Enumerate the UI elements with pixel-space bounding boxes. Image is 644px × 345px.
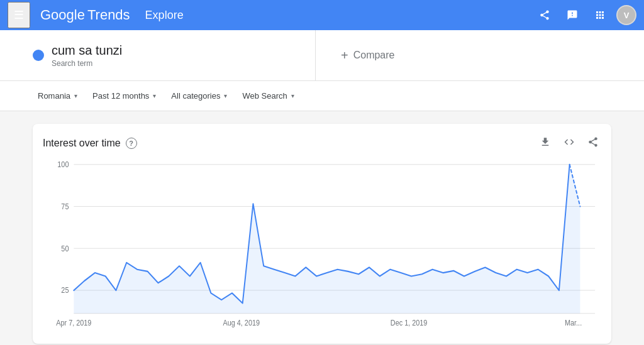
apps-button[interactable] [589, 4, 611, 26]
interest-over-time-card: Interest over time ? [33, 124, 611, 344]
search-type-label: Web Search [242, 91, 287, 101]
share-button[interactable] [533, 4, 556, 26]
search-term-title: cum sa tunzi [52, 43, 122, 58]
compare-box[interactable]: + Compare [316, 30, 395, 80]
search-type-chevron-icon: ▾ [291, 92, 294, 99]
y-label-75: 75 [61, 202, 69, 211]
category-filter[interactable]: All categories ▾ [166, 87, 232, 104]
share-chart-button[interactable] [585, 134, 601, 153]
term-color-dot [33, 50, 44, 61]
search-type-filter[interactable]: Web Search ▾ [237, 87, 299, 104]
x-label-apr: Apr 7, 2019 [56, 319, 91, 327]
main-content: Interest over time ? [0, 111, 644, 345]
category-chevron-icon: ▾ [224, 92, 227, 99]
explore-label: Explore [145, 9, 184, 22]
x-label-aug: Aug 4, 2019 [223, 319, 260, 327]
card-title-group: Interest over time ? [43, 138, 137, 149]
avatar[interactable]: V [616, 5, 636, 25]
download-icon [540, 136, 551, 148]
search-area: cum sa tunzi Search term + Compare [0, 30, 644, 81]
time-range-filter[interactable]: Past 12 months ▾ [87, 87, 161, 104]
logo-google: Google [40, 7, 85, 23]
apps-icon [594, 9, 606, 21]
app-header: ☰ Google Trends Explore V [0, 0, 644, 30]
feedback-icon [567, 9, 578, 21]
filters-bar: Romania ▾ Past 12 months ▾ All categorie… [0, 81, 644, 111]
card-actions [537, 134, 601, 153]
search-term-box: cum sa tunzi Search term [33, 30, 316, 80]
share-chart-icon [587, 136, 599, 148]
help-icon[interactable]: ? [126, 138, 137, 149]
region-filter[interactable]: Romania ▾ [33, 87, 82, 104]
region-chevron-icon: ▾ [74, 92, 77, 99]
search-term-text: cum sa tunzi Search term [52, 43, 122, 68]
search-row: cum sa tunzi Search term + Compare [33, 30, 611, 80]
time-range-label: Past 12 months [92, 91, 149, 101]
y-label-100: 100 [57, 161, 69, 169]
time-range-chevron-icon: ▾ [153, 92, 156, 99]
compare-plus-icon: + [341, 48, 348, 63]
card-header: Interest over time ? [43, 134, 601, 153]
header-actions: V [533, 4, 636, 26]
y-label-25: 25 [61, 287, 69, 295]
compare-label: Compare [353, 50, 395, 61]
x-label-dec: Dec 1, 2019 [391, 319, 428, 327]
embed-button[interactable] [561, 134, 577, 153]
logo-trends: Trends [87, 7, 130, 23]
x-label-mar: Mar... [565, 319, 582, 327]
menu-icon[interactable]: ☰ [8, 2, 30, 28]
search-term-label: Search term [52, 59, 122, 68]
feedback-button[interactable] [561, 4, 584, 26]
share-icon [539, 9, 550, 21]
region-label: Romania [38, 91, 70, 101]
chart-container: 100 75 50 25 Apr 7, 2019 Aug 4, 2019 Dec… [43, 158, 601, 334]
download-button[interactable] [537, 134, 553, 153]
embed-icon [564, 136, 575, 148]
category-label: All categories [171, 91, 220, 101]
logo-link[interactable]: Google Trends [40, 7, 130, 23]
y-label-50: 50 [61, 244, 69, 253]
interest-chart: 100 75 50 25 Apr 7, 2019 Aug 4, 2019 Dec… [43, 158, 601, 334]
card-title: Interest over time [43, 138, 121, 149]
